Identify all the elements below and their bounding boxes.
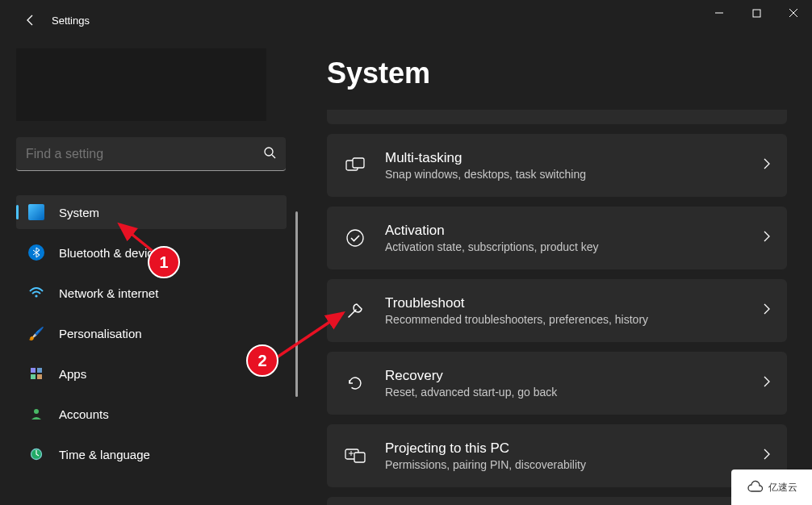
watermark-text: 亿速云	[768, 481, 797, 495]
setting-card-multitasking[interactable]: Multi-tasking Snap windows, desktops, ta…	[327, 134, 787, 197]
sidebar-item-label: Apps	[59, 367, 86, 381]
window-title: Settings	[52, 15, 90, 27]
arrow-left-icon	[24, 14, 37, 27]
svg-rect-6	[37, 368, 42, 373]
search-input[interactable]	[26, 147, 263, 161]
card-subtitle: Snap windows, desktops, task switching	[385, 168, 763, 181]
minimize-icon	[714, 8, 724, 18]
system-icon	[28, 204, 44, 220]
card-title: Multi-tasking	[385, 150, 763, 166]
svg-rect-7	[31, 374, 36, 379]
back-button[interactable]	[15, 4, 47, 36]
partial-card-top[interactable]	[327, 110, 787, 124]
svg-point-2	[265, 148, 273, 156]
sidebar-item-system[interactable]: System	[16, 195, 287, 229]
card-title: Recovery	[385, 368, 763, 384]
card-title: Troubleshoot	[385, 295, 763, 311]
sidebar-item-network[interactable]: Network & internet	[16, 276, 287, 310]
annotation-marker-1: 1	[148, 246, 180, 278]
window-controls	[701, 0, 812, 26]
setting-card-projecting[interactable]: Projecting to this PC Permissions, pairi…	[327, 424, 787, 487]
sidebar-item-time[interactable]: Time & language	[16, 437, 287, 471]
setting-card-activation[interactable]: Activation Activation state, subscriptio…	[327, 207, 787, 269]
card-subtitle: Reset, advanced start-up, go back	[385, 386, 763, 399]
globe-clock-icon	[28, 446, 44, 462]
wrench-icon	[343, 298, 367, 323]
chevron-right-icon	[763, 449, 771, 463]
chevron-right-icon	[763, 303, 771, 318]
maximize-icon	[752, 9, 761, 18]
card-subtitle: Recommended troubleshooters, preferences…	[385, 313, 763, 326]
card-text: Projecting to this PC Permissions, pairi…	[385, 440, 763, 471]
close-button[interactable]	[775, 0, 812, 26]
svg-rect-8	[37, 374, 42, 379]
main-content: System Multi-tasking Snap windows, deskt…	[327, 56, 787, 505]
card-title: Activation	[385, 223, 763, 239]
activation-icon	[343, 226, 367, 250]
apps-icon	[28, 365, 44, 382]
partial-card-bottom[interactable]	[327, 497, 787, 505]
recovery-icon	[343, 371, 367, 395]
svg-rect-12	[353, 158, 364, 168]
card-subtitle: Permissions, pairing PIN, discoverabilit…	[385, 458, 763, 471]
svg-point-9	[34, 409, 39, 414]
page-title: System	[327, 56, 787, 90]
nav-list: System Bluetooth & devices Network & int…	[16, 195, 287, 471]
user-info-block	[16, 48, 266, 121]
close-icon	[789, 8, 798, 18]
sidebar-scrollbar[interactable]	[295, 211, 298, 397]
card-text: Activation Activation state, subscriptio…	[385, 223, 763, 253]
sidebar-item-label: Personalisation	[59, 327, 142, 340]
person-icon	[28, 406, 44, 422]
chevron-right-icon	[763, 231, 771, 245]
card-text: Recovery Reset, advanced start-up, go ba…	[385, 368, 763, 399]
bluetooth-icon	[28, 244, 44, 261]
titlebar: Settings	[0, 0, 812, 40]
card-text: Troubleshoot Recommended troubleshooters…	[385, 295, 763, 326]
paintbrush-icon: 🖌️	[28, 325, 44, 341]
setting-card-troubleshoot[interactable]: Troubleshoot Recommended troubleshooters…	[327, 279, 787, 342]
sidebar-item-accounts[interactable]: Accounts	[16, 397, 287, 431]
cloud-icon	[746, 480, 765, 495]
maximize-button[interactable]	[738, 0, 775, 26]
svg-line-3	[272, 155, 275, 158]
card-text: Multi-tasking Snap windows, desktops, ta…	[385, 150, 763, 181]
wifi-icon	[28, 285, 44, 301]
svg-point-13	[347, 230, 363, 246]
sidebar: System Bluetooth & devices Network & int…	[0, 48, 287, 478]
setting-card-recovery[interactable]: Recovery Reset, advanced start-up, go ba…	[327, 352, 787, 415]
search-icon	[263, 146, 276, 162]
watermark: 亿速云	[731, 470, 812, 505]
card-subtitle: Activation state, subscriptions, product…	[385, 240, 763, 253]
svg-point-4	[35, 294, 37, 297]
sidebar-item-personalisation[interactable]: 🖌️ Personalisation	[16, 316, 287, 350]
chevron-right-icon	[763, 376, 771, 390]
annotation-marker-2: 2	[246, 344, 278, 377]
projecting-icon	[343, 444, 367, 468]
chevron-right-icon	[763, 158, 771, 173]
sidebar-item-label: Network & internet	[59, 286, 158, 300]
svg-rect-5	[31, 368, 36, 373]
multitask-icon	[343, 153, 367, 177]
search-box[interactable]	[16, 137, 286, 171]
minimize-button[interactable]	[701, 0, 738, 26]
sidebar-item-label: Time & language	[59, 448, 150, 461]
svg-rect-15	[354, 453, 365, 462]
svg-rect-1	[753, 10, 760, 17]
card-title: Projecting to this PC	[385, 440, 763, 457]
sidebar-item-label: Accounts	[59, 407, 109, 421]
sidebar-item-label: System	[59, 206, 99, 219]
